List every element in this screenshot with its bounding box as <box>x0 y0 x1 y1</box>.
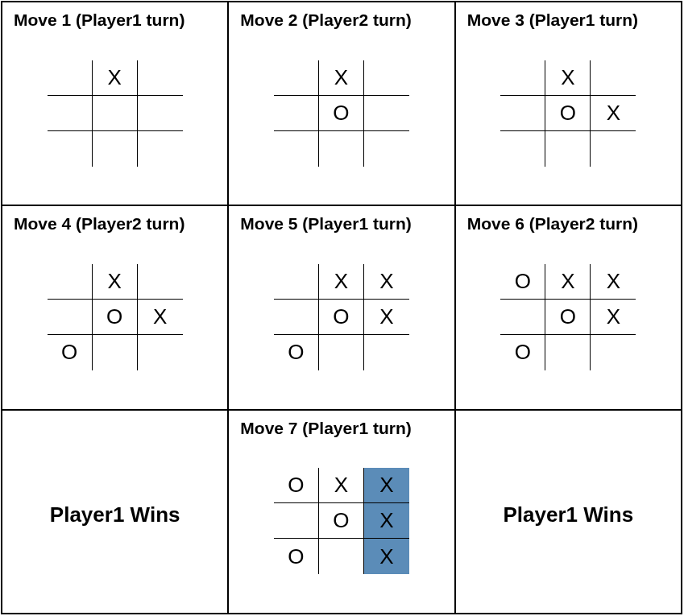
cell-1-2: X <box>138 300 183 335</box>
panel-move-4: Move 4 (Player2 turn) X O X O <box>2 205 228 409</box>
cell-1-1: O <box>93 300 138 335</box>
cell-2-1 <box>545 131 591 167</box>
cell-1-1: O <box>319 300 364 335</box>
cell-0-0: O <box>500 264 545 300</box>
cell-1-0 <box>274 503 319 539</box>
cell-1-2: X <box>364 503 409 539</box>
cell-1-2 <box>138 96 183 131</box>
tictactoe-board: X X O X O <box>274 264 409 370</box>
cell-1-0 <box>500 300 545 335</box>
cell-2-1 <box>93 335 138 370</box>
board-wrap: X <box>7 22 222 205</box>
cell-0-1: X <box>93 264 138 300</box>
panel-win-left: Player1 Wins <box>2 410 228 614</box>
moves-grid: Move 1 (Player1 turn) X Move 2 (Player2 … <box>1 1 682 614</box>
tictactoe-board: O X X O X O X <box>274 468 409 574</box>
cell-2-0 <box>500 131 545 167</box>
cell-2-2 <box>364 335 409 370</box>
panel-move-7: Move 7 (Player1 turn) O X X O X O X <box>228 410 454 614</box>
cell-0-0 <box>274 264 319 300</box>
board-wrap: X O <box>234 22 449 205</box>
cell-0-2 <box>138 264 183 300</box>
cell-0-2: X <box>364 468 409 503</box>
cell-2-0 <box>274 131 319 167</box>
cell-1-0 <box>48 96 93 131</box>
board-wrap: X O X <box>461 22 676 205</box>
cell-1-0 <box>48 300 93 335</box>
cell-2-2: X <box>364 539 409 574</box>
cell-2-2 <box>591 131 636 167</box>
board-wrap: X X O X O <box>234 225 449 408</box>
tictactoe-board: X O X O <box>48 264 183 370</box>
panel-win-right: Player1 Wins <box>455 410 682 614</box>
cell-0-2 <box>138 60 183 96</box>
cell-0-1: X <box>319 468 364 503</box>
board-wrap: O X X O X O X <box>234 430 449 613</box>
cell-2-0 <box>48 131 93 167</box>
cell-1-0 <box>500 96 545 131</box>
panel-move-3: Move 3 (Player1 turn) X O X <box>455 2 682 205</box>
cell-0-0: O <box>274 468 319 503</box>
tictactoe-board: O X X O X O <box>500 264 636 370</box>
cell-0-1: X <box>319 264 364 300</box>
cell-2-1 <box>93 131 138 167</box>
cell-1-1: O <box>319 96 364 131</box>
cell-1-0 <box>274 96 319 131</box>
tictactoe-board: X O X <box>500 60 636 167</box>
tictactoe-board: X <box>48 60 183 167</box>
cell-0-1: X <box>545 264 591 300</box>
cell-0-0 <box>48 264 93 300</box>
cell-2-1 <box>319 131 364 167</box>
cell-1-0 <box>274 300 319 335</box>
winner-text: Player1 Wins <box>50 502 180 527</box>
cell-1-1: O <box>545 96 591 131</box>
board-wrap: X O X O <box>7 225 222 408</box>
cell-2-2 <box>138 335 183 370</box>
cell-0-1: X <box>93 60 138 96</box>
winner-text: Player1 Wins <box>504 502 634 527</box>
cell-2-1 <box>545 335 591 370</box>
cell-0-2 <box>591 60 636 96</box>
cell-2-1 <box>319 335 364 370</box>
cell-1-1: O <box>319 503 364 539</box>
cell-2-0: O <box>48 335 93 370</box>
panel-move-2: Move 2 (Player2 turn) X O <box>228 2 454 205</box>
cell-1-2: X <box>591 300 636 335</box>
cell-2-0: O <box>500 335 545 370</box>
panel-move-6: Move 6 (Player2 turn) O X X O X O <box>455 205 682 409</box>
cell-0-0 <box>48 60 93 96</box>
cell-2-0: O <box>274 539 319 574</box>
cell-1-2 <box>364 96 409 131</box>
cell-0-2: X <box>364 264 409 300</box>
page: Move 1 (Player1 turn) X Move 2 (Player2 … <box>0 1 684 616</box>
cell-1-2: X <box>591 96 636 131</box>
cell-2-2 <box>591 335 636 370</box>
cell-0-0 <box>500 60 545 96</box>
cell-1-1: O <box>545 300 591 335</box>
cell-2-0: O <box>274 335 319 370</box>
cell-1-2: X <box>364 300 409 335</box>
cell-1-1 <box>93 96 138 131</box>
cell-2-2 <box>364 131 409 167</box>
tictactoe-board: X O <box>274 60 409 167</box>
cell-0-2 <box>364 60 409 96</box>
cell-2-2 <box>138 131 183 167</box>
cell-0-1: X <box>319 60 364 96</box>
cell-0-1: X <box>545 60 591 96</box>
cell-0-2: X <box>591 264 636 300</box>
cell-0-0 <box>274 60 319 96</box>
cell-2-1 <box>319 539 364 574</box>
panel-move-1: Move 1 (Player1 turn) X <box>2 2 228 205</box>
board-wrap: O X X O X O <box>461 225 676 408</box>
panel-move-5: Move 5 (Player1 turn) X X O X O <box>228 205 454 409</box>
